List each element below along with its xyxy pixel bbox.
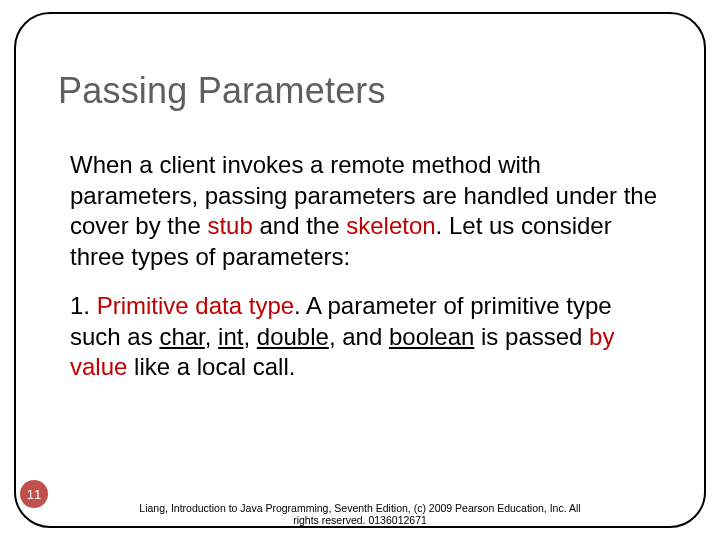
p1-highlight-stub: stub bbox=[207, 212, 252, 239]
slide: Passing Parameters When a client invokes… bbox=[0, 0, 720, 540]
p2-text-1: 1. bbox=[70, 292, 97, 319]
slide-title: Passing Parameters bbox=[58, 70, 662, 112]
footer-line-2: rights reserved. 0136012671 bbox=[120, 514, 600, 526]
p2-underline-boolean: boolean bbox=[389, 323, 474, 350]
p1-text-2: and the bbox=[253, 212, 346, 239]
p2-text-7: like a local call. bbox=[127, 353, 295, 380]
footer: Liang, Introduction to Java Programming,… bbox=[120, 502, 600, 526]
p1-highlight-skeleton: skeleton bbox=[346, 212, 435, 239]
slide-body: When a client invokes a remote method wi… bbox=[70, 150, 660, 401]
p2-text-3: , bbox=[205, 323, 218, 350]
footer-line-1: Liang, Introduction to Java Programming,… bbox=[120, 502, 600, 514]
page-number-badge: 11 bbox=[20, 480, 48, 508]
p2-underline-char: char bbox=[159, 323, 204, 350]
p2-text-5: , and bbox=[329, 323, 389, 350]
p2-underline-int: int bbox=[218, 323, 243, 350]
p2-text-6: is passed bbox=[474, 323, 589, 350]
paragraph-1: When a client invokes a remote method wi… bbox=[70, 150, 660, 273]
paragraph-2: 1. Primitive data type. A parameter of p… bbox=[70, 291, 660, 383]
p2-underline-double: double bbox=[257, 323, 329, 350]
p2-text-4: , bbox=[243, 323, 256, 350]
p2-highlight-primitive: Primitive data type bbox=[97, 292, 294, 319]
